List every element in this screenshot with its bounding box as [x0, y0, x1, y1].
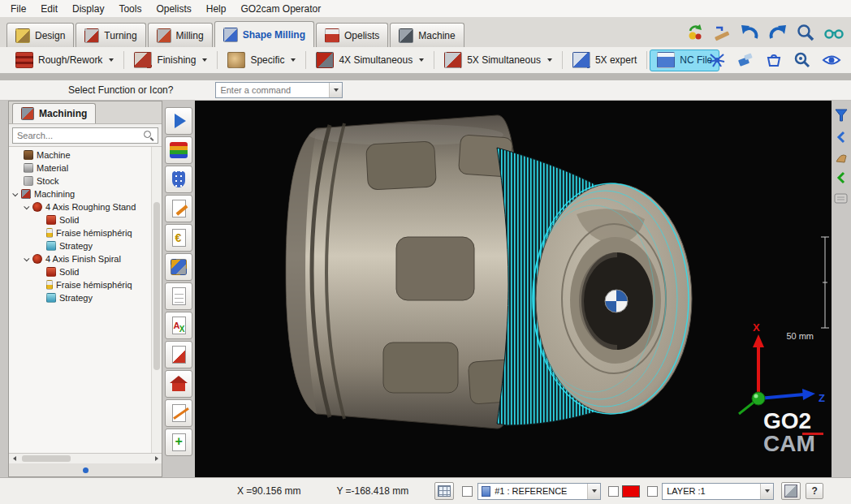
menu-display[interactable]: Display [65, 1, 111, 17]
5x-expert-button[interactable]: 5X expert [565, 50, 644, 71]
tree-item-4axis-roughing[interactable]: 4 Axis Roughing Stand [9, 200, 151, 213]
multi-tool-icon[interactable] [708, 51, 726, 69]
tree-item-strategy[interactable]: Strategy [9, 291, 151, 304]
menu-edit[interactable]: Edit [33, 1, 65, 17]
tab-design[interactable]: Design [6, 23, 74, 47]
tree-item-solid[interactable]: Solid [9, 265, 151, 278]
menu-opelists[interactable]: Opelists [149, 1, 198, 17]
menu-help[interactable]: Help [199, 1, 234, 17]
5x-simultaneous-button[interactable]: 5X Simultaneous [437, 50, 559, 71]
command-dropdown-button[interactable] [329, 83, 342, 97]
eraser-icon[interactable] [737, 51, 754, 69]
document-list-icon [172, 287, 186, 305]
document-red-button[interactable] [165, 341, 192, 368]
layer-dropdown-button[interactable] [760, 484, 773, 499]
document-add-icon [172, 433, 186, 451]
menu-file[interactable]: File [3, 1, 33, 17]
tree-item-material[interactable]: Material [9, 162, 151, 174]
document-slash-button[interactable] [165, 399, 192, 427]
color-apply-checkbox[interactable] [608, 486, 619, 497]
document-list-button[interactable] [165, 282, 192, 310]
tree-item-stock[interactable]: Stock [9, 174, 151, 187]
view-glasses-icon[interactable] [823, 24, 845, 41]
tree-horizontal-scrollbar[interactable] [9, 453, 162, 463]
help-button[interactable]: ? [806, 483, 823, 499]
pdf-export-button[interactable] [165, 312, 192, 339]
operation-icon [32, 202, 42, 212]
tree-item-solid[interactable]: Solid [9, 213, 151, 226]
tab-machining-panel[interactable]: Machining [12, 103, 96, 123]
view-cube-button[interactable] [781, 482, 801, 500]
tree-vertical-scrollbar[interactable] [151, 147, 162, 453]
tab-opelists[interactable]: Opelists [316, 23, 388, 47]
visibility-eye-icon[interactable] [822, 51, 841, 69]
rendering-colors-button[interactable] [165, 136, 192, 164]
tree-item-fraise[interactable]: Fraise hémisphériq [9, 226, 151, 239]
menu-go2cam-operator[interactable]: GO2cam Operator [233, 1, 328, 17]
rough-rework-button[interactable]: Rough/Rework [8, 50, 121, 71]
expand-chevron-icon[interactable] [12, 191, 18, 196]
measure-icon[interactable] [713, 24, 731, 41]
scroll-left-arrow[interactable] [9, 454, 19, 463]
report-edit-button[interactable] [165, 195, 192, 222]
redo-icon[interactable] [768, 24, 788, 41]
tab-label: Turning [104, 30, 136, 41]
tree-label: Fraise hémisphériq [56, 280, 132, 290]
previous-green-icon[interactable] [836, 171, 847, 187]
panel-splitter[interactable] [9, 463, 162, 476]
cost-euro-button[interactable] [165, 224, 192, 252]
shape-milling-tab-icon [223, 28, 238, 42]
expand-chevron-icon[interactable] [24, 256, 29, 261]
report-edit-icon [172, 200, 186, 218]
tree-item-4axis-finish[interactable]: 4 Axis Finish Spiral [9, 252, 151, 265]
multi-tool-manager-button[interactable] [165, 253, 192, 281]
viewport-side-toolbar [832, 101, 851, 477]
4x-simultaneous-icon [316, 52, 334, 68]
grid-snap-button[interactable] [434, 482, 454, 500]
material-swatch-icon[interactable] [835, 152, 848, 166]
layer-visibility-checkbox[interactable] [647, 486, 658, 497]
command-input[interactable] [216, 85, 329, 95]
collector-icon[interactable] [765, 51, 783, 69]
layer-select[interactable]: LAYER :1 [662, 483, 774, 500]
specific-button[interactable]: Specific [220, 50, 303, 71]
zoom-select-icon[interactable] [793, 51, 811, 69]
finishing-button[interactable]: Finishing [127, 50, 214, 71]
tab-turning[interactable]: Turning [76, 23, 145, 47]
previous-blue-icon[interactable] [836, 131, 847, 146]
tab-machine[interactable]: Machine [390, 23, 464, 47]
current-color-swatch[interactable] [622, 485, 640, 498]
tab-milling[interactable]: Milling [148, 23, 213, 47]
reference-visibility-checkbox[interactable] [462, 486, 473, 497]
menu-tools[interactable]: Tools [111, 1, 149, 17]
expand-chevron-icon[interactable] [24, 204, 29, 209]
button-label: Specific [250, 54, 284, 66]
operation-icon [32, 254, 42, 264]
zoom-icon[interactable] [797, 24, 814, 41]
tree-search-box[interactable] [12, 127, 158, 144]
4x-simultaneous-button[interactable]: 4X Simultaneous [309, 50, 431, 71]
document-add-button[interactable] [165, 429, 192, 456]
home-button[interactable] [165, 370, 192, 398]
scroll-right-arrow[interactable] [151, 454, 162, 463]
tree-item-fraise[interactable]: Fraise hémisphériq [9, 278, 151, 291]
tree-item-machine[interactable]: Machine [9, 149, 151, 162]
tab-shape-milling[interactable]: Shape Milling [214, 21, 314, 47]
verification-shield-button[interactable] [165, 166, 192, 193]
color-reset-icon[interactable] [686, 24, 704, 41]
reference-dropdown-button[interactable] [587, 484, 600, 499]
tab-label: Milling [176, 30, 204, 41]
undo-icon[interactable] [740, 24, 759, 41]
command-combo[interactable] [215, 82, 343, 98]
document-red-icon [172, 346, 186, 364]
tree-item-strategy[interactable]: Strategy [9, 239, 151, 252]
viewport-3d[interactable]: 50 mm X Z GO2 CAM [195, 101, 832, 477]
tree-label: 4 Axis Finish Spiral [45, 254, 121, 264]
simulation-play-button[interactable] [165, 107, 192, 135]
ribbon-separator [123, 51, 124, 69]
search-input[interactable] [13, 131, 144, 140]
tree-item-machining[interactable]: Machining [9, 187, 151, 200]
filter-funnel-icon[interactable] [834, 109, 849, 125]
notes-icon[interactable] [834, 192, 849, 207]
reference-select[interactable]: #1 : REFERENCE [477, 483, 601, 500]
